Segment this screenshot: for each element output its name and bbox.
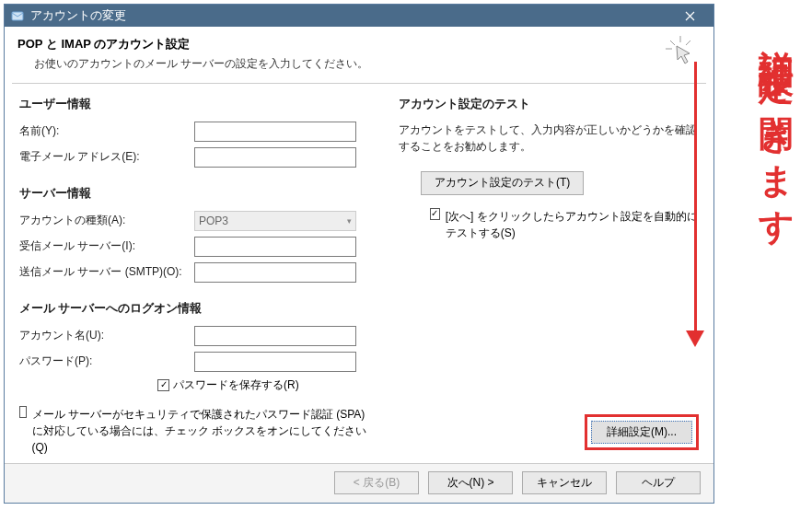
name-row: 名前(Y): [19,122,389,142]
account-name-input[interactable] [194,326,356,346]
save-password-label: パスワードを保存する(R) [173,377,299,393]
header-subtitle: お使いのアカウントのメール サーバーの設定を入力してください。 [17,56,656,72]
account-type-label: アカウントの種類(A): [19,213,194,228]
user-info-heading: ユーザー情報 [19,97,389,112]
spa-row: メール サーバーがセキュリティで保護されたパスワード認証 (SPA) に対応して… [19,406,389,456]
incoming-server-input[interactable] [194,237,356,257]
save-password-row: ✓ パスワードを保存する(R) [19,377,389,393]
email-row: 電子メール アドレス(E): [19,147,389,168]
annotation-text: 詳細設定を開きます [759,22,794,230]
annotation-arrow [694,62,698,347]
advanced-settings-area: 詳細設定(M)... [585,414,699,450]
next-button[interactable]: 次へ(N) > [428,471,513,494]
outgoing-server-input[interactable] [194,262,356,283]
password-row: パスワード(P): [19,352,389,372]
header-title: POP と IMAP のアカウント設定 [17,36,656,52]
advanced-settings-button[interactable]: 詳細設定(M)... [591,421,692,444]
close-button[interactable] [671,5,708,27]
name-label: 名前(Y): [19,123,194,139]
arrow-line [694,62,697,336]
test-account-button[interactable]: アカウント設定のテスト(T) [421,171,584,195]
incoming-row: 受信メール サーバー(I): [19,237,389,257]
close-icon [685,11,695,21]
app-icon [10,8,25,23]
save-password-checkbox[interactable]: ✓ [157,379,169,391]
test-settings-text: アカウントをテストして、入力内容が正しいかどうかを確認することをお勧めします。 [399,122,702,155]
account-type-row: アカウントの種類(A): POP3 ▾ [19,211,389,231]
window-title: アカウントの変更 [30,7,671,24]
outgoing-row: 送信メール サーバー (SMTP)(O): [19,262,389,283]
auto-test-checkbox[interactable]: ✓ [430,208,440,220]
account-change-window: アカウントの変更 POP と IMAP のアカウント設定 お使いのアカウントのメ… [4,4,714,504]
auto-test-label: [次へ] をクリックしたらアカウント設定を自動的にテストする(S) [446,208,702,241]
server-info-heading: サーバー情報 [19,186,389,202]
password-input[interactable] [194,352,356,372]
bottom-bar: < 戻る(B) 次へ(N) > キャンセル ヘルプ [5,463,713,503]
chevron-down-icon: ▾ [347,216,352,226]
account-name-row: アカウント名(U): [19,326,389,346]
test-settings-heading: アカウント設定のテスト [399,97,702,112]
header: POP と IMAP のアカウント設定 お使いのアカウントのメール サーバーの設… [5,27,713,79]
cursor-click-icon [666,36,695,65]
name-input[interactable] [194,122,356,142]
left-column: ユーザー情報 名前(Y): 電子メール アドレス(E): サーバー情報 アカウン… [19,97,389,456]
password-label: パスワード(P): [19,354,194,369]
header-text: POP と IMAP のアカウント設定 お使いのアカウントのメール サーバーの設… [17,36,656,72]
cancel-button[interactable]: キャンセル [522,471,607,494]
account-type-select[interactable]: POP3 ▾ [194,211,356,231]
spa-label: メール サーバーがセキュリティで保護されたパスワード認証 (SPA) に対応して… [32,406,376,456]
advanced-highlight: 詳細設定(M)... [585,414,699,450]
auto-test-row: ✓ [次へ] をクリックしたらアカウント設定を自動的にテストする(S) [399,208,702,241]
outgoing-label: 送信メール サーバー (SMTP)(O): [19,264,194,280]
back-button[interactable]: < 戻る(B) [334,471,419,494]
incoming-label: 受信メール サーバー(I): [19,238,194,254]
help-button[interactable]: ヘルプ [616,471,701,494]
right-column: アカウント設定のテスト アカウントをテストして、入力内容が正しいかどうかを確認す… [399,97,702,456]
logon-info-heading: メール サーバーへのログオン情報 [19,301,389,317]
svg-line-3 [686,41,690,45]
email-input[interactable] [194,147,356,168]
titlebar: アカウントの変更 [5,5,713,27]
account-type-value: POP3 [199,214,228,227]
spa-checkbox[interactable] [19,406,27,418]
arrow-head-icon [686,330,704,347]
email-label: 電子メール アドレス(E): [19,149,194,165]
account-name-label: アカウント名(U): [19,328,194,343]
svg-line-2 [670,41,675,45]
content: ユーザー情報 名前(Y): 電子メール アドレス(E): サーバー情報 アカウン… [5,84,713,463]
